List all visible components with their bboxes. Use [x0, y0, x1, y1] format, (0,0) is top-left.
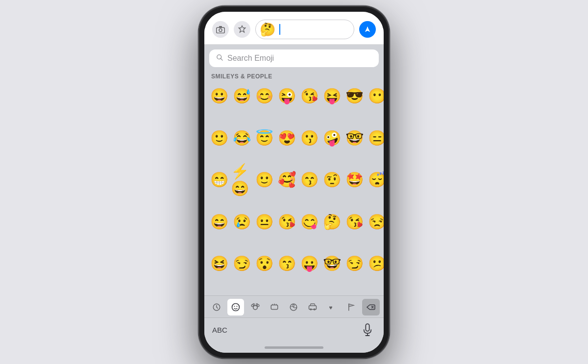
svg-point-8 [253, 305, 257, 309]
category-symbols[interactable]: ♥ [324, 299, 341, 315]
emoji-cell[interactable]: 😊 [253, 85, 275, 107]
ball-icon [289, 303, 298, 312]
emoji-cell[interactable]: 🥰 [276, 169, 297, 191]
emoji-cell[interactable]: 😕 [366, 252, 384, 275]
emoji-cell[interactable]: 😶 [366, 85, 384, 107]
emoji-cell[interactable]: 😑 [366, 126, 384, 149]
category-food[interactable] [266, 299, 283, 315]
emoji-cell[interactable]: 🤪 [321, 126, 343, 149]
category-smileys[interactable] [227, 299, 244, 315]
svg-rect-13 [271, 305, 278, 309]
emoji-cell[interactable]: 🙂 [208, 126, 230, 149]
emoji-cell[interactable]: 😆 [208, 252, 230, 275]
emoji-cell[interactable]: 😏 [231, 252, 252, 275]
svg-point-11 [253, 303, 254, 305]
appstore-button[interactable] [234, 21, 250, 38]
compose-input[interactable]: 🤔 [255, 20, 354, 39]
emoji-grid: 😀 😅 😊 😜 😘 😝 😎 😶 🙂 😂 😇 😍 😗 🤪 🤓 😑 😁 [204, 83, 384, 295]
appstore-icon [238, 25, 246, 34]
emoji-cell[interactable]: 🤩 [343, 169, 365, 191]
delete-button[interactable] [362, 299, 380, 315]
search-placeholder: Search Emoji [227, 54, 274, 63]
svg-rect-19 [366, 324, 369, 331]
emoji-cell[interactable]: 😐 [253, 210, 275, 233]
clock-icon [212, 303, 221, 312]
svg-point-6 [234, 306, 235, 307]
mic-icon [362, 323, 373, 337]
svg-rect-2 [219, 26, 222, 27]
emoji-cell[interactable]: 😏 [343, 252, 365, 275]
emoji-cell[interactable]: 😍 [276, 126, 297, 149]
emoji-keyboard: Search Emoji SMILEYS & PEOPLE 😀 😅 😊 😜 😘 … [204, 45, 384, 353]
emoji-cell[interactable]: 😘 [298, 85, 320, 107]
category-animals[interactable] [247, 299, 264, 315]
compose-emoji: 🤔 [260, 23, 275, 36]
camera-button[interactable] [212, 21, 229, 38]
home-bar [265, 346, 323, 349]
category-travel[interactable] [304, 299, 321, 315]
message-compose-area: 🤔 [204, 12, 384, 45]
camera-icon [216, 25, 225, 33]
emoji-cell[interactable]: 😘 [343, 210, 365, 233]
emoji-cell[interactable]: 😇 [253, 126, 275, 149]
mic-button[interactable] [359, 322, 376, 339]
emoji-cell[interactable]: 😘 [276, 210, 297, 233]
emoji-cell[interactable]: 😢 [231, 210, 252, 233]
emoji-cell[interactable]: 😀 [208, 85, 230, 107]
svg-point-7 [237, 306, 238, 307]
phone-screen: 🤔 Search Emoji [204, 12, 384, 353]
emoji-cell[interactable]: 😒 [366, 210, 384, 233]
emoji-cell[interactable]: 🙂 [253, 169, 275, 191]
svg-point-1 [219, 28, 222, 31]
emoji-cell[interactable]: 😗 [298, 126, 320, 149]
paw-icon [250, 302, 260, 312]
car-icon [308, 303, 317, 312]
emoji-cell[interactable]: 🤓 [343, 126, 365, 149]
emoji-cell[interactable]: 😅 [231, 85, 252, 107]
send-button[interactable] [359, 21, 376, 38]
search-icon [216, 54, 223, 63]
svg-text:♥: ♥ [329, 304, 332, 311]
bottom-bar: ABC [204, 317, 384, 343]
category-label: SMILEYS & PEOPLE [204, 71, 384, 83]
emoji-cell[interactable]: 😙 [276, 252, 297, 275]
emoji-cell[interactable]: 😋 [298, 210, 320, 233]
emoji-cell[interactable]: 🤨 [321, 169, 343, 191]
emoji-cell[interactable]: 😯 [253, 252, 275, 275]
category-flags[interactable] [343, 299, 360, 315]
emoji-cell[interactable]: 😴 [366, 169, 384, 191]
emoji-search-bar[interactable]: Search Emoji [209, 49, 379, 67]
phone-frame: 🤔 Search Emoji [198, 6, 390, 359]
emoji-cell[interactable]: 😎 [343, 85, 365, 107]
svg-point-12 [256, 303, 257, 305]
text-cursor [279, 24, 280, 35]
emoji-cell[interactable]: 😝 [321, 85, 343, 107]
category-recent[interactable] [208, 299, 225, 315]
smiley-icon [231, 302, 241, 312]
svg-point-5 [232, 303, 240, 311]
emoji-cell[interactable]: 😁 [208, 169, 230, 191]
abc-button[interactable]: ABC [212, 326, 227, 334]
delete-icon [366, 303, 376, 311]
emoji-cell[interactable]: 🤔 [321, 210, 343, 233]
category-bar: ♥ [204, 295, 384, 317]
emoji-cell[interactable]: 😛 [298, 252, 320, 275]
category-activities[interactable] [285, 299, 302, 315]
emoji-cell[interactable]: 😂 [231, 126, 252, 149]
emoji-cell[interactable]: ⚡😄 [231, 169, 252, 191]
send-icon [363, 25, 372, 34]
emoji-cell[interactable]: 🤓 [321, 252, 343, 275]
flag-icon [347, 303, 356, 312]
emoji-cell[interactable]: 😄 [208, 210, 230, 233]
home-indicator-area [204, 343, 384, 353]
food-icon [270, 303, 279, 312]
symbols-icon: ♥ [328, 303, 337, 312]
emoji-cell[interactable]: 😙 [298, 169, 320, 191]
emoji-cell[interactable]: 😜 [276, 85, 297, 107]
